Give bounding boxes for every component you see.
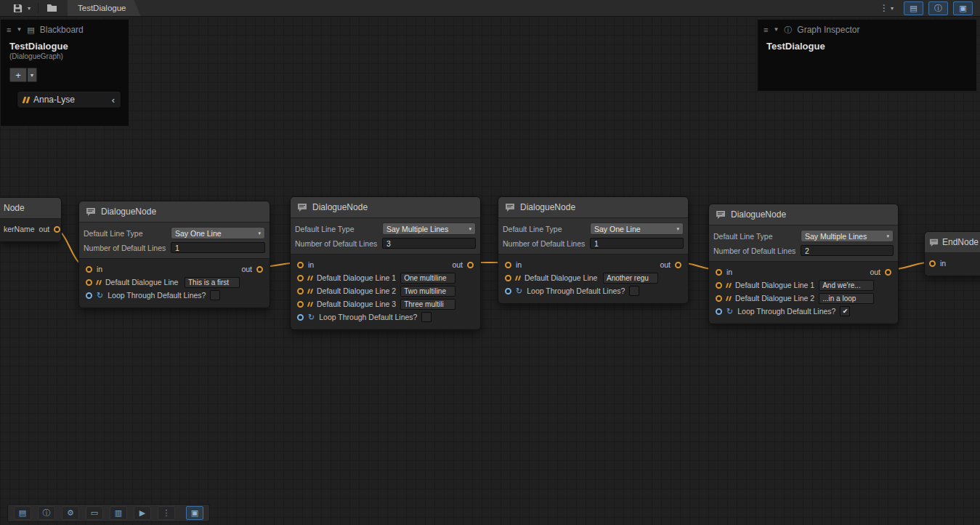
line-count-field[interactable]: 3 <box>382 238 476 249</box>
string-port[interactable] <box>716 282 722 289</box>
line-type-dropdown[interactable]: Say One Line ▾ <box>590 223 684 235</box>
node-title-bar[interactable]: DialogueNode <box>79 201 270 223</box>
dialogue-line-field[interactable]: Three multili <box>400 299 455 310</box>
graph-tab[interactable]: TestDialogue <box>68 0 140 16</box>
dialogue-line-label: Default Dialogue Line <box>105 278 178 286</box>
dropdown-caret-icon: ▾ <box>676 226 679 232</box>
loop-icon: ↻ <box>308 313 315 321</box>
loop-checkbox[interactable] <box>629 286 639 296</box>
quote-icon <box>726 296 731 301</box>
input-port[interactable] <box>297 262 304 268</box>
out-port-label: out <box>241 265 252 273</box>
loop-icon: ↻ <box>516 287 522 295</box>
bool-port[interactable] <box>86 292 92 299</box>
line-type-label: Default Line Type <box>713 232 801 241</box>
bool-port[interactable] <box>505 288 511 294</box>
dialogue-line-field[interactable]: One multiline <box>400 273 455 284</box>
dialogue-line-field[interactable]: And we're... <box>819 280 874 291</box>
line-count-field[interactable]: 1 <box>590 238 684 249</box>
node-title: DialogueNode <box>731 209 786 220</box>
loop-checkbox[interactable] <box>421 312 432 322</box>
string-port[interactable] <box>505 275 511 281</box>
tools-button-icon[interactable]: ⚙ <box>62 506 79 520</box>
open-folder-icon[interactable] <box>44 1 60 15</box>
string-port[interactable] <box>86 279 92 286</box>
blackboard-button-icon[interactable]: ▤ <box>14 506 31 520</box>
out-port-label: out <box>452 260 463 269</box>
line-type-dropdown[interactable]: Say Multiple Lines ▾ <box>801 230 894 242</box>
string-port[interactable] <box>716 295 722 302</box>
inspector-button-icon[interactable]: ⓘ <box>38 506 55 520</box>
in-port-label: in <box>940 259 946 268</box>
string-port[interactable] <box>297 301 304 308</box>
add-property-dropdown-icon[interactable]: ▼ <box>28 68 37 82</box>
input-port[interactable] <box>505 262 511 268</box>
out-port-label: out <box>660 260 671 269</box>
line-type-label: Default Line Type <box>503 225 590 233</box>
inspector-toggle-icon[interactable]: ⓘ <box>928 1 948 15</box>
minimap-toggle-icon[interactable]: ▣ <box>953 1 973 15</box>
bool-port[interactable] <box>297 314 304 321</box>
line-type-dropdown[interactable]: Say Multiple Lines ▾ <box>382 223 476 235</box>
node-dialogue-4[interactable]: DialogueNode Default Line Type Say Multi… <box>708 204 899 324</box>
node-title-bar[interactable]: Node <box>0 198 61 219</box>
node-dialogue-3[interactable]: DialogueNode Default Line Type Say One L… <box>498 196 689 304</box>
loop-label: Loop Through Default Lines? <box>737 307 835 316</box>
drag-handle-icon[interactable]: ≡ <box>7 26 11 34</box>
line-count-field[interactable]: 1 <box>171 242 265 253</box>
save-dropdown-icon[interactable]: ▾ <box>25 5 33 12</box>
line-type-value: Say Multiple Lines <box>386 225 448 233</box>
more-options-icon[interactable]: ⋮ <box>158 506 175 520</box>
panels-button-icon[interactable]: ▥ <box>110 506 127 520</box>
input-port[interactable] <box>86 266 92 273</box>
line-type-label: Default Line Type <box>295 225 382 233</box>
play-preview-button-icon[interactable]: ▶ <box>134 506 151 520</box>
overflow-menu-icon[interactable]: ⋮▾ <box>877 3 899 13</box>
node-title-bar[interactable]: DialogueNode <box>709 204 898 225</box>
loop-label: Loop Through Default Lines? <box>319 313 417 321</box>
save-icon[interactable] <box>10 1 25 15</box>
chevron-left-icon[interactable]: ‹ <box>112 95 115 105</box>
output-port[interactable] <box>675 262 681 268</box>
frame-button-icon[interactable]: ▣ <box>186 506 203 520</box>
collapse-icon[interactable]: ▼ <box>773 27 779 33</box>
quote-icon <box>23 97 29 103</box>
node-dialogue-2[interactable]: DialogueNode Default Line Type Say Multi… <box>290 196 481 330</box>
quote-icon <box>308 289 312 294</box>
blackboard-toggle-icon[interactable]: ▤ <box>904 1 923 15</box>
string-port[interactable] <box>297 275 304 281</box>
window-button-icon[interactable]: ▭ <box>86 506 103 520</box>
node-dialogue-1[interactable]: DialogueNode Default Line Type Say One L… <box>78 201 270 308</box>
bool-port[interactable] <box>716 308 722 315</box>
quote-icon <box>726 283 731 288</box>
output-port[interactable] <box>256 266 263 273</box>
dialogue-line-field[interactable]: Another regu <box>603 273 658 284</box>
node-title-bar[interactable]: DialogueNode <box>498 197 688 218</box>
line-count-field[interactable]: 2 <box>801 245 894 256</box>
node-title-bar[interactable]: DialogueNode <box>291 197 480 218</box>
line-type-dropdown[interactable]: Say One Line ▾ <box>171 227 265 239</box>
node-end[interactable]: EndNode in <box>924 231 980 276</box>
dialogue-node-icon <box>297 202 307 212</box>
output-port[interactable] <box>467 262 474 268</box>
graph-tab-label: TestDialogue <box>78 4 126 12</box>
output-port[interactable] <box>885 269 891 276</box>
drag-handle-icon[interactable]: ≡ <box>764 26 768 34</box>
node-speaker-partial[interactable]: Node kerName out <box>0 197 62 242</box>
line-count-label: Number of Default Lines <box>295 239 382 248</box>
dialogue-line-field[interactable]: This is a first <box>185 277 240 288</box>
dialogue-line-field[interactable]: Two multiline <box>400 286 455 297</box>
loop-checkbox-checked[interactable]: ✔ <box>840 306 850 316</box>
output-port[interactable] <box>54 226 60 233</box>
blackboard-property-anna-lyse[interactable]: Anna-Lyse ‹ <box>17 91 121 108</box>
loop-label: Loop Through Default Lines? <box>527 286 625 295</box>
string-port[interactable] <box>297 288 304 294</box>
node-title-bar[interactable]: EndNode <box>925 232 980 253</box>
add-property-button[interactable]: + <box>9 68 27 82</box>
loop-checkbox[interactable] <box>210 290 220 300</box>
collapse-icon[interactable]: ▼ <box>16 27 22 33</box>
input-port[interactable] <box>929 260 936 267</box>
dialogue-line-field[interactable]: ...in a loop <box>819 293 874 304</box>
line-count-label: Number of Default Lines <box>84 244 171 252</box>
input-port[interactable] <box>716 269 722 276</box>
